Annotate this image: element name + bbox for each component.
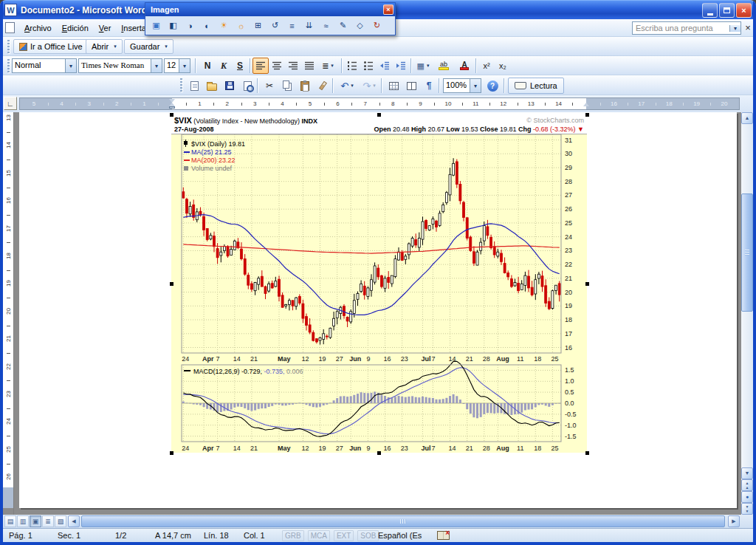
menu-edicion[interactable]: Edición: [57, 21, 94, 35]
toolbar-grip[interactable]: [180, 78, 182, 92]
minimize-button[interactable]: [702, 3, 718, 18]
toolbar-grip[interactable]: [7, 59, 10, 72]
new-document-button[interactable]: [186, 78, 202, 94]
style-combo[interactable]: Normal ▾: [12, 58, 77, 73]
vertical-scroll-thumb[interactable]: [741, 193, 753, 312]
status-language[interactable]: Español (Es: [378, 531, 422, 540]
reset-picture-icon[interactable]: ↻: [369, 18, 385, 32]
chevron-down-icon[interactable]: ▾: [151, 59, 162, 72]
insert-picture-icon[interactable]: ▣: [148, 18, 164, 32]
justify-button[interactable]: [301, 58, 317, 74]
maximize-button[interactable]: [719, 3, 735, 18]
chevron-down-icon[interactable]: ▾: [179, 59, 190, 72]
rotate-left-icon[interactable]: ↺: [267, 18, 283, 32]
vertical-ruler[interactable]: 1314151617181920212223242526: [3, 112, 14, 515]
view-outline-button[interactable]: ≣: [42, 515, 54, 527]
increase-indent-button[interactable]: [393, 58, 409, 74]
reading-view-button[interactable]: Lectura: [508, 78, 564, 94]
horizontal-ruler[interactable]: 1234567891011121314123451617181920: [19, 97, 740, 110]
crop-icon[interactable]: ⊞: [250, 18, 266, 32]
selection-handle[interactable]: [377, 113, 381, 117]
columns-button[interactable]: [403, 78, 419, 94]
selection-handle[interactable]: [585, 113, 589, 117]
help-button[interactable]: ?: [484, 78, 501, 94]
bullet-list-button[interactable]: [360, 58, 377, 74]
more-brightness-icon[interactable]: ☀: [216, 18, 232, 32]
zoom-combo[interactable]: 100% ▾: [443, 78, 481, 93]
align-right-button[interactable]: [285, 58, 301, 74]
less-contrast-icon[interactable]: ◐: [199, 18, 215, 32]
status-mca[interactable]: MCA: [308, 530, 330, 541]
undo-button[interactable]: ↶ ▾: [337, 78, 357, 94]
office-live-button[interactable]: Ir a Office Live: [13, 39, 89, 54]
status-sob[interactable]: SOB: [357, 530, 379, 541]
chevron-down-icon[interactable]: ▾: [729, 25, 740, 32]
menu-ver[interactable]: Ver: [94, 21, 117, 35]
open-button[interactable]: [204, 78, 220, 94]
selection-handle[interactable]: [585, 282, 589, 286]
tab-stop-selector[interactable]: ∟: [4, 97, 17, 110]
superscript-button[interactable]: x²: [478, 58, 495, 74]
underline-button[interactable]: S: [232, 58, 248, 74]
selection-handle[interactable]: [585, 451, 589, 455]
numbered-list-button[interactable]: [344, 58, 360, 74]
right-indent-marker[interactable]: [583, 103, 589, 106]
spelling-status-icon[interactable]: [437, 531, 450, 540]
next-page-button[interactable]: ▼▼: [741, 503, 753, 515]
selection-handle[interactable]: [170, 113, 173, 117]
scroll-left-button[interactable]: ◀: [68, 515, 80, 527]
format-picture-icon[interactable]: ✎: [335, 18, 351, 32]
view-print-layout-button[interactable]: ▣: [30, 515, 41, 527]
italic-button[interactable]: K: [216, 58, 232, 74]
chevron-down-icon[interactable]: ▾: [470, 79, 481, 92]
selection-handle[interactable]: [377, 451, 381, 455]
status-grb[interactable]: GRB: [282, 530, 304, 541]
highlight-button[interactable]: ab: [434, 58, 453, 74]
show-hide-marks-button[interactable]: ¶: [421, 78, 437, 94]
bold-button[interactable]: N: [199, 58, 216, 74]
align-left-button[interactable]: [252, 58, 269, 74]
left-indent-marker[interactable]: [169, 106, 175, 109]
ask-question-box[interactable]: Escriba una pregunta ▾: [632, 21, 741, 35]
save-split-button[interactable]: Guardar ▾: [124, 39, 173, 54]
status-ext[interactable]: EXT: [334, 530, 354, 541]
color-icon[interactable]: ◧: [165, 18, 181, 32]
previous-page-button[interactable]: ▲▲: [741, 479, 753, 491]
scroll-down-button[interactable]: ▼: [741, 467, 753, 479]
scroll-up-button[interactable]: ▲: [741, 112, 753, 124]
scroll-right-button[interactable]: ▶: [728, 515, 740, 527]
embedded-chart-image[interactable]: 1617181920212223242526272829303124Apr714…: [171, 114, 587, 453]
more-contrast-icon[interactable]: ◑: [182, 18, 198, 32]
decrease-indent-button[interactable]: [377, 58, 393, 74]
open-split-button[interactable]: Abrir ▾: [86, 39, 123, 54]
close-document-icon[interactable]: ×: [743, 21, 753, 34]
picture-toolbar-titlebar[interactable]: Imagen ×: [145, 3, 395, 16]
print-preview-button[interactable]: [239, 78, 255, 94]
text-wrapping-icon[interactable]: ≈: [318, 18, 334, 32]
cut-button[interactable]: ✂: [261, 78, 278, 94]
picture-toolbar-close-button[interactable]: ×: [383, 4, 394, 15]
format-painter-button[interactable]: [315, 78, 331, 94]
save-button[interactable]: [221, 78, 238, 94]
select-browse-object-button[interactable]: ●: [741, 491, 753, 503]
less-brightness-icon[interactable]: ☼: [233, 18, 249, 32]
line-spacing-button[interactable]: ≣ ▾: [317, 58, 338, 74]
copy-button[interactable]: [279, 78, 295, 94]
horizontal-scroll-thumb[interactable]: [81, 515, 725, 527]
insert-table-button[interactable]: [385, 78, 402, 94]
selection-handle[interactable]: [170, 282, 173, 286]
document-icon[interactable]: [5, 22, 15, 33]
vertical-scrollbar[interactable]: ▲ ▼ ▲▲ ● ▼▼: [741, 112, 753, 515]
close-button[interactable]: ×: [736, 3, 752, 18]
font-color-button[interactable]: A: [455, 58, 474, 74]
chevron-down-icon[interactable]: ▾: [65, 59, 76, 72]
selection-handle[interactable]: [170, 451, 173, 455]
menu-archivo[interactable]: Archivo: [19, 21, 57, 35]
subscript-button[interactable]: x₂: [495, 58, 511, 74]
borders-button[interactable]: ▦ ▾: [413, 58, 433, 74]
font-size-combo[interactable]: 12 ▾: [164, 58, 190, 73]
redo-button[interactable]: ↷ ▾: [359, 78, 379, 94]
font-combo[interactable]: Times New Roman ▾: [78, 58, 162, 73]
toolbar-grip[interactable]: [7, 40, 10, 53]
view-normal-button[interactable]: ▤: [4, 515, 16, 527]
